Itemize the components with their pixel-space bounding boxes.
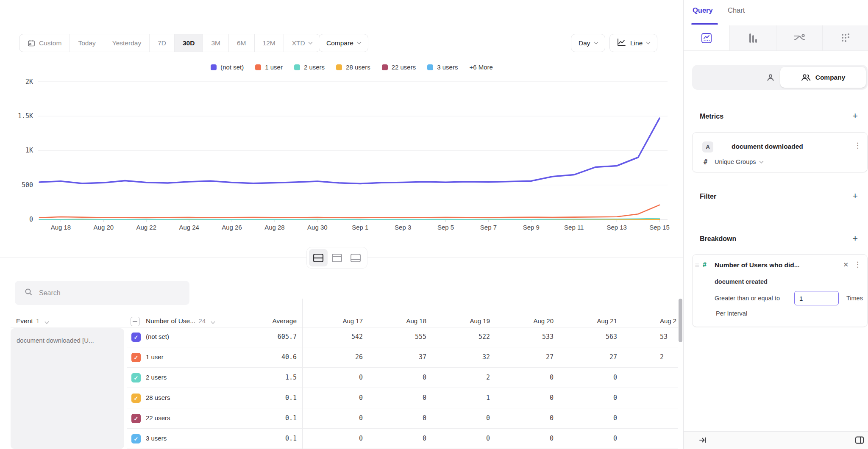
- kebab-menu-icon[interactable]: ⋮: [854, 261, 861, 268]
- date-column-header: Aug 17: [299, 317, 363, 324]
- collapse-panel-icon[interactable]: [699, 436, 707, 446]
- cell-value: 0: [554, 414, 617, 422]
- active-tab-underline: [691, 23, 718, 25]
- select-all-checkbox[interactable]: [131, 317, 140, 326]
- svg-text:1.5K: 1.5K: [18, 112, 33, 120]
- measure-label: Unique Groups: [715, 158, 756, 165]
- cell-value: 0: [363, 374, 426, 381]
- add-breakdown-button[interactable]: +: [852, 234, 858, 243]
- average-value: 40.6: [225, 353, 297, 361]
- series-label: 1 user: [146, 353, 164, 360]
- add-metric-button[interactable]: +: [852, 111, 858, 121]
- matrix-chart-icon: [840, 33, 851, 44]
- series-checkbox[interactable]: ✓: [131, 394, 141, 403]
- measure-selector[interactable]: Unique Groups: [715, 158, 763, 165]
- series-checkbox[interactable]: ✓: [131, 414, 141, 423]
- table-scrollbar[interactable]: [679, 299, 682, 342]
- bar-chart-icon: [747, 32, 759, 44]
- date-column-header: Aug 18: [363, 317, 426, 324]
- kebab-menu-icon[interactable]: ⋮: [854, 142, 861, 149]
- layout-toggle-panel-top[interactable]: [328, 249, 346, 266]
- entity-option-company[interactable]: Company: [780, 67, 866, 88]
- cell-value: 533: [490, 333, 554, 341]
- event-row[interactable]: document downloaded [U...: [11, 328, 124, 449]
- layout-toggle-group: [307, 247, 367, 268]
- breakdown-value-input[interactable]: [794, 291, 839, 305]
- flow-chart-icon: [793, 33, 806, 44]
- entity-option-label: Company: [815, 74, 846, 81]
- breakdown-condition-label: Greater than or equal to: [715, 295, 780, 302]
- average-value: 0.1: [225, 435, 297, 442]
- drag-handle-icon[interactable]: ≡: [695, 261, 700, 268]
- average-value: 1.5: [225, 374, 297, 381]
- series-count: 24: [198, 317, 206, 324]
- series-checkbox[interactable]: ✓: [131, 434, 141, 443]
- layout-toggle-panel-bottom[interactable]: [346, 249, 365, 266]
- cell-value: 2: [617, 353, 681, 361]
- cell-value: 0: [490, 374, 554, 381]
- metric-letter-badge: A: [702, 141, 713, 152]
- series-checkbox[interactable]: ✓: [131, 373, 141, 382]
- search-box: [15, 281, 189, 305]
- chart-type-line-chart[interactable]: [684, 25, 730, 50]
- chart-type-bar-chart[interactable]: [730, 25, 776, 50]
- cell-value: 0: [299, 435, 363, 442]
- cell-value: 542: [299, 333, 363, 341]
- series-label: 2 users: [146, 374, 167, 381]
- breakdown-heading: Breakdown: [700, 235, 736, 243]
- series-label: (not set): [146, 333, 169, 340]
- cell-value: 0: [490, 414, 554, 422]
- event-column-header[interactable]: Event1: [16, 317, 48, 325]
- add-filter-button[interactable]: +: [852, 191, 858, 201]
- user-icon: [766, 73, 775, 82]
- cell-value: 0: [426, 414, 490, 422]
- svg-text:1K: 1K: [25, 147, 33, 154]
- svg-text:2K: 2K: [25, 78, 33, 86]
- metric-name: document downloaded: [732, 143, 803, 150]
- breakdown-card: ≡ # Number of Users who did... ✕ ⋮ docum…: [692, 254, 868, 327]
- svg-text:Sep 11: Sep 11: [564, 224, 584, 231]
- breakdown-title: Number of Users who did...: [715, 261, 800, 269]
- cell-value: 27: [490, 353, 554, 361]
- close-icon[interactable]: ✕: [843, 261, 849, 269]
- cell-value: 37: [363, 353, 426, 361]
- cell-value: 0: [363, 394, 426, 402]
- series-label: 3 users: [146, 435, 167, 442]
- cell-value: 53: [617, 333, 681, 341]
- cell-value: 0: [299, 374, 363, 381]
- cell-value: 27: [554, 353, 617, 361]
- cell-value: 522: [426, 333, 490, 341]
- svg-text:Sep 3: Sep 3: [395, 224, 411, 231]
- chevron-down-icon: [45, 320, 49, 324]
- cell-value: 0: [554, 394, 617, 402]
- entity-toggle: UserCompany: [692, 65, 868, 90]
- event-name: document downloaded [U...: [17, 337, 94, 344]
- cell-value: 32: [426, 353, 490, 361]
- svg-text:Sep 13: Sep 13: [606, 224, 627, 231]
- breakdown-per-interval-label: Per Interval: [716, 310, 747, 317]
- cell-value: 0: [363, 435, 426, 442]
- tab-query[interactable]: Query: [693, 6, 713, 14]
- metric-card[interactable]: A document downloaded ⋮ # Unique Groups: [692, 132, 868, 172]
- svg-text:Aug 22: Aug 22: [136, 224, 156, 231]
- series-checkbox[interactable]: ✓: [131, 333, 141, 342]
- panel-top-icon: [331, 253, 342, 263]
- chart-type-matrix-chart[interactable]: [823, 25, 868, 50]
- chart-type-flow-chart[interactable]: [776, 25, 823, 50]
- chart-type-tabs: [684, 25, 868, 51]
- sidebar-toggle-icon[interactable]: [854, 435, 865, 447]
- series-checkbox[interactable]: ✓: [131, 353, 141, 362]
- analytics-dashboard: CustomTodayYesterday7D30D3M6M12MXTD Comp…: [0, 0, 868, 449]
- series-header-label: Number of Use...: [146, 317, 195, 324]
- layout-toggle-split-rows[interactable]: [309, 249, 328, 266]
- cell-value: 26: [299, 353, 363, 361]
- search-input[interactable]: [39, 289, 179, 297]
- line-chart[interactable]: 05001K1.5K2KAug 18Aug 20Aug 22Aug 24Aug …: [0, 0, 683, 259]
- series-column-header[interactable]: Number of Use...24: [146, 317, 214, 325]
- average-column-header: Average: [225, 317, 297, 325]
- tab-chart[interactable]: Chart: [728, 6, 745, 14]
- metrics-heading: Metrics: [700, 113, 723, 120]
- chevron-down-icon: [759, 159, 763, 163]
- event-header-label: Event: [16, 317, 33, 324]
- average-value: 0.1: [225, 414, 297, 422]
